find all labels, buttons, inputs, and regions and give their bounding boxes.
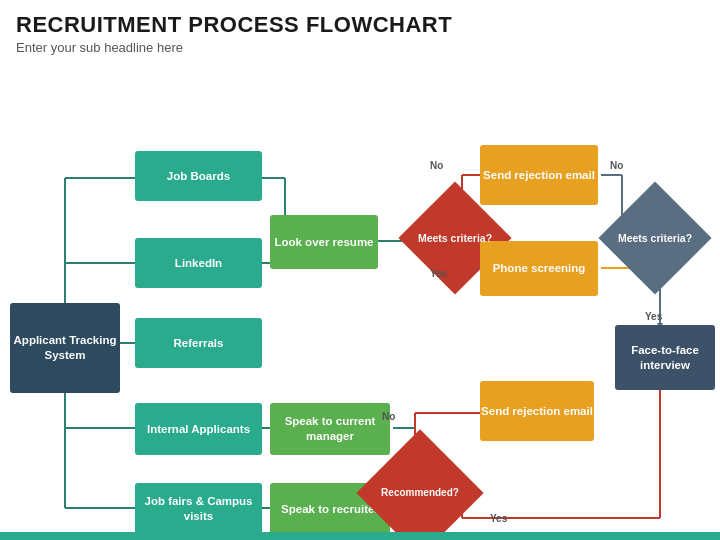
speak-current-manager-box: Speak to current manager <box>270 403 390 455</box>
no-label-2: No <box>610 160 623 171</box>
arrows-svg <box>0 63 720 528</box>
send-rejection-1-box: Send rejection email <box>480 145 598 205</box>
face-to-face-box: Face-to-face interview <box>615 325 715 390</box>
send-rejection-2-box: Send rejection email <box>480 381 594 441</box>
page-header: RECRUITMENT PROCESS FLOWCHART Enter your… <box>0 0 720 59</box>
job-fairs-box: Job fairs & Campus visits <box>135 483 262 535</box>
job-boards-box: Job Boards <box>135 151 262 201</box>
no-label-3: No <box>382 411 395 422</box>
ats-box: Applicant Tracking System <box>10 303 120 393</box>
linkedin-box: LinkedIn <box>135 238 262 288</box>
recommended-diamond: Recommended? <box>375 448 465 538</box>
flowchart-area: Applicant Tracking System Job Boards Lin… <box>0 63 720 528</box>
referrals-box: Referrals <box>135 318 262 368</box>
look-over-resume-box: Look over resume <box>270 215 378 269</box>
yes-label-3: Yes <box>490 513 507 524</box>
meets-criteria-2-diamond: Meets criteria? <box>615 198 695 278</box>
yes-label-2: Yes <box>645 311 662 322</box>
yes-label-1: Yes <box>430 268 447 279</box>
page-title: RECRUITMENT PROCESS FLOWCHART <box>16 12 704 38</box>
phone-screening-box: Phone screening <box>480 241 598 296</box>
no-label-1: No <box>430 160 443 171</box>
page-subtitle: Enter your sub headline here <box>16 40 704 55</box>
internal-applicants-box: Internal Applicants <box>135 403 262 455</box>
bottom-bar <box>0 532 720 540</box>
